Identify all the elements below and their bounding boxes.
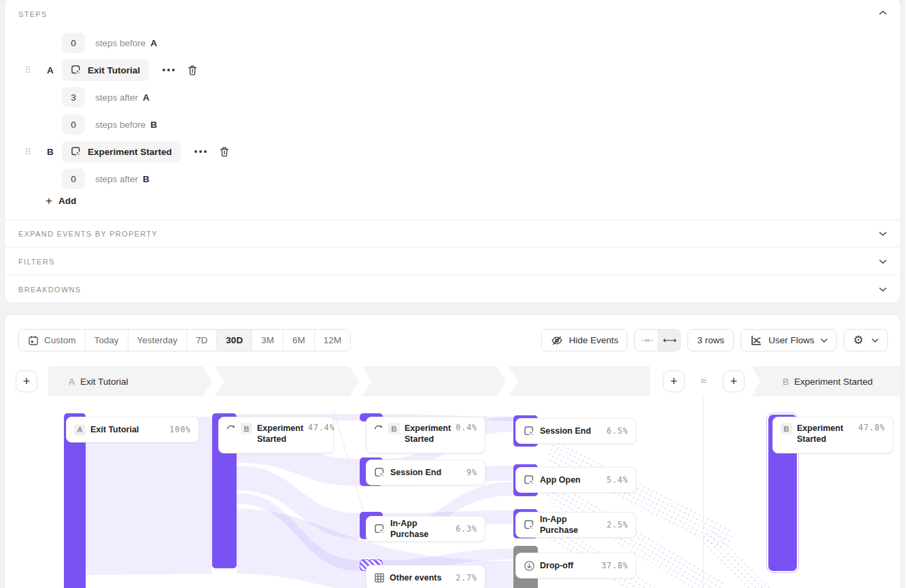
trash-icon[interactable] (187, 65, 198, 76)
flow-node-app-open[interactable]: App Open 5.4% (515, 467, 636, 493)
node-label: Experiment Started (257, 423, 303, 445)
node-percent: 6.5% (607, 426, 628, 436)
drag-handle-icon[interactable]: ⠿ (24, 65, 31, 75)
node-label: Experiment Started (797, 423, 853, 445)
node-percent: 6.3% (456, 524, 477, 534)
node-label: App Open (540, 474, 602, 485)
steps-after-row: 3 steps afterA (5, 84, 900, 111)
steps-after-label: steps after (95, 174, 138, 184)
section-label: FILTERS (18, 258, 55, 266)
chevron-down-icon[interactable] (879, 232, 887, 237)
drag-handle-icon[interactable]: ⠿ (24, 147, 31, 157)
steps-after-a-input[interactable]: 3 (62, 87, 85, 107)
steps-before-a-input[interactable]: 0 (62, 33, 85, 53)
step-badge: B (241, 423, 252, 434)
step-ref: B (143, 174, 150, 184)
node-percent: 9% (466, 468, 477, 477)
add-step-before-button[interactable]: + (723, 370, 745, 392)
more-options-icon[interactable] (160, 66, 177, 74)
steps-after-row: 0 steps afterB (5, 165, 900, 192)
steps-before-label: steps before (95, 120, 146, 130)
section-filters[interactable]: FILTERS (5, 247, 900, 275)
plus-icon: + (46, 195, 52, 207)
step-badge: B (388, 423, 400, 434)
steps-after-label: steps after (95, 92, 138, 103)
node-percent: 0.4% (456, 423, 477, 432)
step-badge: A (74, 424, 86, 436)
step-letter: B (47, 147, 54, 157)
step-row-b: ⠿ B Experiment Started (5, 138, 900, 165)
add-label: Add (58, 196, 76, 206)
sankey-flow-canvas: A Exit Tutorial 100% B Experiment Starte… (5, 315, 901, 588)
more-options-icon[interactable] (192, 148, 209, 156)
event-icon (71, 146, 82, 157)
flow-node-in-app-purchase[interactable]: In-App Purchase 6.3% (366, 516, 485, 542)
drop-off-icon (524, 560, 535, 572)
node-label: In-App Purchase (390, 518, 451, 540)
node-percent: 47.8% (858, 423, 885, 432)
event-pill-experiment-started[interactable]: Experiment Started (62, 141, 181, 162)
section-label: EXPAND EVENTS BY PROPERTY (18, 230, 158, 238)
add-step-button[interactable]: + Add (46, 195, 76, 207)
approx-gap-indicator: ≈ (694, 366, 713, 396)
trash-icon[interactable] (219, 146, 230, 158)
flow-node-session-end[interactable]: Session End 9% (366, 460, 485, 485)
steps-before-row: 0 steps beforeB (5, 111, 900, 138)
steps-before-label: steps before (95, 38, 146, 48)
steps-before-b-input[interactable]: 0 (62, 114, 85, 135)
step-letter: A (47, 65, 54, 75)
step-ref: A (143, 92, 150, 103)
event-pill-label: Exit Tutorial (88, 65, 140, 75)
node-percent: 100% (169, 425, 191, 434)
node-percent: 2.5% (607, 520, 628, 530)
flow-node-experiment-started[interactable]: B Experiment Started 47.4% (218, 417, 334, 453)
node-label: In-App Purchase (540, 514, 602, 536)
section-expand-events[interactable]: EXPAND EVENTS BY PROPERTY (5, 220, 900, 247)
flows-report-panel: Custom Today Yesterday 7D 30D 3M 6M 12M … (4, 314, 901, 588)
node-percent: 5.4% (607, 475, 628, 485)
step-ref: B (150, 120, 157, 130)
steps-section-title: STEPS (18, 10, 48, 18)
node-label: Session End (540, 426, 602, 436)
node-label: Experiment Started (405, 423, 451, 445)
step-row-a: ⠿ A Exit Tutorial (5, 56, 900, 84)
flow-node-exit-tutorial[interactable]: A Exit Tutorial 100% (66, 417, 199, 443)
jump-arrow-icon (374, 423, 383, 431)
step-ref: A (150, 38, 157, 48)
chevron-down-icon[interactable] (879, 288, 887, 292)
add-step-after-button[interactable]: + (663, 370, 685, 392)
flow-node-experiment-started-b[interactable]: B Experiment Started 47.8% (772, 417, 893, 453)
event-icon (374, 523, 386, 535)
node-label: Drop-off (540, 560, 596, 571)
event-icon (524, 474, 535, 486)
steps-before-row: 0 steps beforeA (5, 29, 900, 56)
jump-arrow-icon (226, 423, 236, 431)
flow-node-drop-off[interactable]: Drop-off 37.8% (515, 553, 636, 578)
event-icon (374, 467, 386, 479)
node-percent: 37.8% (601, 561, 628, 570)
event-icon (524, 426, 535, 437)
flow-node-in-app-purchase-2[interactable]: In-App Purchase 2.5% (515, 512, 636, 538)
chevron-down-icon[interactable] (879, 259, 887, 264)
section-breakdowns[interactable]: BREAKDOWNS (5, 275, 900, 304)
step-badge: B (781, 423, 792, 434)
event-pill-label: Experiment Started (88, 147, 172, 157)
section-label: BREAKDOWNS (18, 286, 81, 294)
node-label: Other events (390, 572, 451, 583)
node-percent: 47.4% (308, 423, 335, 432)
event-icon (71, 65, 82, 75)
chevron-up-icon[interactable] (879, 10, 887, 15)
event-pill-exit-tutorial[interactable]: Exit Tutorial (62, 59, 149, 81)
steps-panel: STEPS 0 steps beforeA ⠿ A Exit Tutorial … (4, 0, 901, 303)
flow-node-session-end-2[interactable]: Session End 6.5% (515, 418, 636, 444)
node-percent: 2.7% (456, 573, 477, 583)
flow-node-other-events[interactable]: Other events 2.7% (366, 565, 485, 588)
node-label: Session End (390, 467, 462, 478)
steps-after-b-input[interactable]: 0 (62, 169, 85, 189)
grid-icon (374, 572, 385, 583)
event-icon (524, 519, 535, 531)
flow-node-experiment-started-small[interactable]: B Experiment Started 0.4% (366, 417, 485, 453)
node-label: Exit Tutorial (90, 424, 165, 435)
